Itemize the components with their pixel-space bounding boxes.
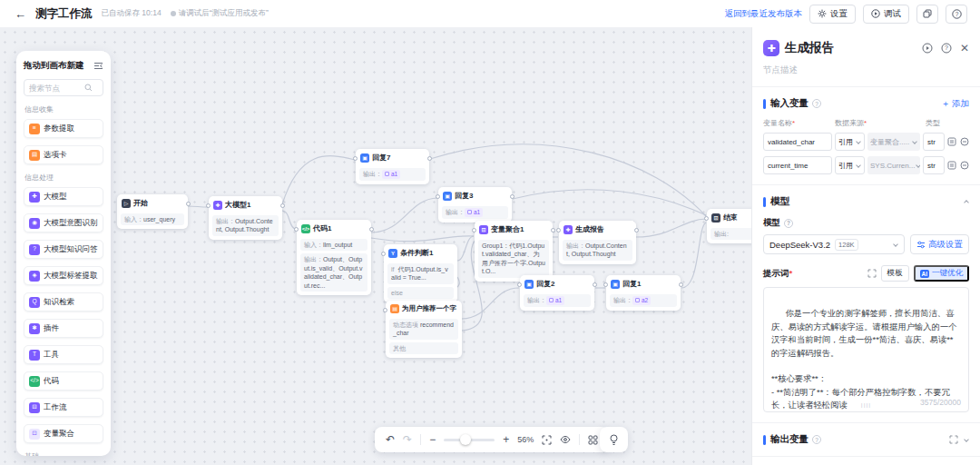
- port-in[interactable]: [704, 216, 709, 221]
- port-out[interactable]: [186, 202, 191, 206]
- port-in[interactable]: [556, 228, 561, 232]
- row-detail-icon[interactable]: [947, 161, 956, 170]
- palette-item-knowledge-qa[interactable]: ? 大模型知识问答: [24, 240, 103, 259]
- node-reply1[interactable]: ▣ 回复1 输出：a2: [606, 275, 681, 311]
- reply-icon: ▣: [443, 192, 452, 201]
- node-optioncard[interactable]: ▤ 为用户推荐一个字 动态选项 recommend_char 其他: [386, 301, 462, 358]
- palette-item-intent[interactable]: ◉ 大模型意图识别: [24, 213, 103, 232]
- add-variable-button[interactable]: ＋ 添加: [942, 98, 970, 110]
- template-button[interactable]: 模板: [881, 265, 909, 282]
- back-button[interactable]: ←: [15, 7, 26, 21]
- llm-icon: ✚: [213, 201, 222, 210]
- source-mode-select[interactable]: 引用: [835, 133, 865, 151]
- zoom-level[interactable]: 56%: [517, 435, 534, 444]
- port-out[interactable]: [679, 282, 683, 287]
- node-reply3[interactable]: ▣ 回复3 输出：a1: [438, 187, 512, 223]
- zoom-out-button[interactable]: −: [429, 433, 436, 446]
- resize-handle[interactable]: ||||: [861, 402, 871, 410]
- zoom-in-button[interactable]: +: [503, 433, 509, 446]
- collapse-section-icon[interactable]: [964, 200, 969, 205]
- node-cond1[interactable]: Y 条件判断1 if 代码1.Output.is_valid = True...…: [384, 244, 457, 302]
- model-select[interactable]: DeepSeek-V3.2 128K: [763, 234, 905, 254]
- port-out[interactable]: [369, 227, 374, 232]
- play-circle-icon: [871, 9, 880, 18]
- lightbulb-icon: [609, 434, 619, 446]
- help-button[interactable]: ?: [946, 5, 967, 24]
- palette-item-knowledge-search[interactable]: Q 知识检索: [24, 292, 103, 312]
- restore-version-link[interactable]: 返回到最近发布版本: [725, 8, 803, 20]
- port-out[interactable]: [427, 156, 432, 161]
- fit-view-icon[interactable]: [542, 435, 552, 445]
- node-description-input[interactable]: [763, 64, 969, 74]
- debug-button[interactable]: 调试: [863, 5, 909, 24]
- port-out[interactable]: [593, 282, 597, 287]
- palette-item-code[interactable]: </> 代码: [24, 371, 103, 391]
- port-in[interactable]: [436, 194, 440, 199]
- info-icon[interactable]: ?: [784, 219, 793, 228]
- run-node-icon[interactable]: [922, 43, 933, 54]
- var-type-input[interactable]: [923, 156, 945, 174]
- tips-button[interactable]: [600, 427, 628, 452]
- search-input[interactable]: [29, 84, 82, 93]
- palette-item-tag-extract[interactable]: ◈ 大模型标签提取: [24, 266, 103, 285]
- port-in[interactable]: [353, 156, 358, 161]
- panel-node-title[interactable]: 生成报告: [785, 40, 916, 56]
- palette-item-llm[interactable]: ✚ 大模型: [24, 187, 103, 206]
- preview-eye-icon[interactable]: [560, 435, 571, 444]
- node-help-icon[interactable]: ?: [941, 43, 952, 54]
- var-name-input[interactable]: [763, 156, 832, 174]
- port-in[interactable]: [472, 228, 476, 232]
- remove-row-icon[interactable]: [960, 161, 969, 170]
- info-icon[interactable]: ?: [812, 99, 821, 108]
- port-in[interactable]: [381, 252, 386, 256]
- row-detail-icon[interactable]: [947, 137, 956, 146]
- palette-item-plugin[interactable]: ✱ 插件: [24, 319, 103, 338]
- node-reply7[interactable]: ▣ 回复7 输出：a1: [356, 149, 429, 184]
- node-search[interactable]: [24, 79, 103, 96]
- node-agg1[interactable]: ⊡ 变量聚合1 Group1：代码1.Output.validated_char…: [475, 221, 553, 282]
- source-value-select[interactable]: SYS.Curren...: [867, 156, 920, 174]
- canvas-toolbar: ↶ ↷ − + 56%: [375, 427, 609, 452]
- redo-button[interactable]: ↷: [403, 433, 412, 446]
- port-out[interactable]: [634, 228, 639, 232]
- node-reply2[interactable]: ▣ 回复2 输出：a1: [520, 275, 594, 311]
- source-value-select[interactable]: 变量聚合.....: [867, 133, 920, 151]
- palette-item-workflow[interactable]: ⊟ 工作流: [24, 398, 103, 417]
- palette-item-param-extract[interactable]: ≡ 参数提取: [24, 119, 103, 138]
- expand-output-icon[interactable]: [949, 435, 958, 444]
- palette-item-var-aggregate[interactable]: ⊡ 变量聚合: [24, 424, 103, 443]
- remove-row-icon[interactable]: [960, 137, 969, 146]
- palette-item-option-card[interactable]: ▤ 选项卡: [24, 145, 103, 164]
- port-in[interactable]: [206, 203, 211, 208]
- copy-button[interactable]: [916, 5, 938, 24]
- zoom-slider-knob[interactable]: [460, 434, 471, 445]
- port-out[interactable]: [551, 228, 555, 232]
- port-in[interactable]: [603, 282, 608, 287]
- source-mode-select[interactable]: 引用: [835, 156, 865, 174]
- palette-item-tool[interactable]: T 工具: [24, 345, 103, 364]
- settings-button[interactable]: 设置: [809, 5, 856, 24]
- prompt-textarea[interactable]: 你是一个专业的测字解签师，擅长用简洁、喜庆、易读的方式解读字运。请根据用户输入的…: [763, 287, 969, 412]
- close-panel-icon[interactable]: ✕: [960, 42, 969, 54]
- expand-section-icon[interactable]: [964, 437, 969, 442]
- ai-optimize-button[interactable]: AI 一键优化: [914, 265, 970, 282]
- expand-prompt-icon[interactable]: [867, 269, 877, 278]
- info-icon[interactable]: ?: [812, 435, 821, 444]
- port-in[interactable]: [294, 227, 299, 232]
- zoom-slider[interactable]: [444, 439, 495, 441]
- port-out[interactable]: [280, 203, 285, 208]
- node-start[interactable]: ▷ 开始 输入：user_query: [117, 194, 188, 229]
- port-out[interactable]: [510, 194, 514, 199]
- minimap-icon[interactable]: [588, 435, 598, 445]
- port-in[interactable]: [383, 308, 387, 312]
- node-report[interactable]: ✚ 生成报告 输出：Output.Content, Output.Thought: [559, 221, 636, 264]
- var-name-input[interactable]: [763, 133, 832, 151]
- undo-button[interactable]: ↶: [386, 433, 395, 446]
- advanced-settings-button[interactable]: 高级设置: [910, 234, 969, 254]
- var-type-input[interactable]: [923, 133, 945, 151]
- port-in[interactable]: [517, 282, 522, 287]
- collapse-panel-icon[interactable]: [93, 62, 103, 70]
- node-code1[interactable]: </> 代码1 输入：llm_output 输出：Output、Output.i…: [297, 220, 371, 295]
- knowledge-search-icon: Q: [29, 297, 40, 308]
- node-llm1[interactable]: ✚ 大模型1 输出：Output.Content, Output.Thought: [209, 196, 282, 240]
